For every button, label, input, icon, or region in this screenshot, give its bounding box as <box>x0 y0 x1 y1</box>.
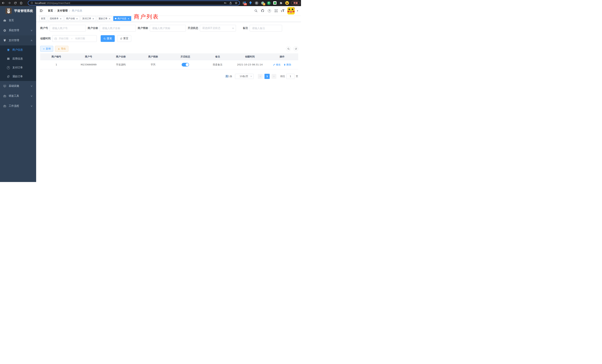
full-name-input[interactable] <box>100 25 136 32</box>
goto-page-input[interactable] <box>286 74 294 79</box>
sidebar-logo-row[interactable]: 芋道管理系统 <box>0 6 36 15</box>
goto-label: 前往 <box>280 75 285 78</box>
sidebar-item-home[interactable]: 首页 <box>0 15 36 25</box>
filter-label: 商户全称 <box>88 26 98 30</box>
tab-process-form[interactable]: 流程表单× <box>48 16 63 21</box>
page-size-value: 10条/页 <box>237 75 250 78</box>
extension-command-icon[interactable]: ⌘ <box>255 1 258 5</box>
tab-label: 商户信息 <box>118 17 126 20</box>
date-end-placeholder: 结束日期 <box>75 37 85 40</box>
select-placeholder: 请选择开启状态 <box>202 26 232 30</box>
sidebar-item-label: 首页 <box>9 19 14 22</box>
column-header: 备注 <box>202 53 234 60</box>
tab-user-group[interactable]: 用户分组× <box>64 16 80 21</box>
status-toggle[interactable] <box>182 63 189 66</box>
extension-gem-icon[interactable] <box>248 1 252 5</box>
sidebar-item-dev-tools[interactable]: 研发工具 ∨ <box>0 91 36 101</box>
url-bar[interactable]: localhost:1024/pay/merchant <box>28 0 240 5</box>
browser-home-icon[interactable] <box>19 1 23 5</box>
share-icon[interactable] <box>229 2 232 4</box>
sidebar-item-infrastructure[interactable]: 基础设施 ∨ <box>0 81 36 91</box>
extension-recorder-icon[interactable]: 1 <box>261 1 265 5</box>
export-button[interactable]: 导出 <box>55 46 68 52</box>
help-icon[interactable]: ? <box>268 9 271 13</box>
extension-emoji-icon[interactable] <box>285 1 289 5</box>
page-number-button[interactable]: 1 <box>265 74 270 79</box>
short-name-input[interactable] <box>150 25 186 32</box>
add-button[interactable]: + 新增 <box>40 46 53 52</box>
refresh-table-icon[interactable] <box>293 46 298 51</box>
bookmark-star-icon[interactable] <box>235 1 238 4</box>
tab-pay-order[interactable]: 支付订单× <box>81 16 96 21</box>
status-select[interactable]: 请选择开启状态 ∨ <box>200 25 236 32</box>
filter-row-1: 商户号 商户全称 商户简称 开启状态 请选择开启状态 ∨ <box>40 25 298 32</box>
extension-y-icon[interactable]: Y <box>267 1 271 5</box>
github-icon[interactable] <box>261 9 265 13</box>
close-icon[interactable]: × <box>92 17 94 20</box>
next-page-button[interactable]: › <box>271 74 276 79</box>
sidebar-item-system[interactable]: 系统管理 ∨ <box>0 25 36 35</box>
browser-update-button[interactable]: 更新 <box>291 1 300 5</box>
date-start-placeholder: 开始日期 <box>59 37 68 40</box>
fullscreen-icon[interactable] <box>274 9 278 13</box>
documents-icon <box>7 75 10 78</box>
close-icon[interactable]: × <box>128 17 129 20</box>
filter-label: 商户简称 <box>138 26 148 30</box>
edit-link[interactable]: 修改 <box>273 63 281 66</box>
breadcrumb-home[interactable]: 首页 <box>48 9 53 12</box>
prev-page-button[interactable]: ‹ <box>258 74 263 79</box>
filter-label: 商户号 <box>40 26 48 30</box>
breadcrumb: 首页 / 支付管理 / 商户信息 <box>48 9 82 12</box>
sidebar-menu: 首页 系统管理 ∨ ¥ 支付管理 ∧ 商户信息 <box>0 15 36 111</box>
tab-refund-order[interactable]: 退款订单× <box>97 16 112 21</box>
page-content: 商户号 商户全称 商户简称 开启状态 请选择开启状态 ∨ <box>36 22 301 182</box>
reset-button[interactable]: 重置 <box>117 35 131 42</box>
sidebar-item-workflow[interactable]: 工作流程 ∨ <box>0 101 36 111</box>
sidebar-item-pay-order[interactable]: ¥ 支付订单 <box>0 63 36 72</box>
extension-blocks-icon[interactable]: 10 <box>242 1 246 5</box>
close-icon[interactable]: × <box>76 17 78 20</box>
delete-link[interactable]: 删除 <box>284 63 291 66</box>
hamburger-icon[interactable] <box>40 9 43 12</box>
column-header: 商户号 <box>73 53 105 60</box>
filter-label: 创建时间 <box>40 37 51 40</box>
sidebar-item-merchant-info[interactable]: 商户信息 <box>0 45 36 54</box>
chevron-up-icon: ∧ <box>30 39 33 42</box>
page-size-select[interactable]: 10条/页 ∨ <box>235 74 254 79</box>
browser-reload-icon[interactable] <box>13 1 17 5</box>
date-range-picker[interactable]: 开始日期 - 结束日期 <box>52 35 97 42</box>
user-avatar[interactable] <box>287 7 295 14</box>
merchant-no-input[interactable] <box>50 25 86 32</box>
close-icon[interactable]: × <box>109 17 111 20</box>
chevron-down-icon: ∨ <box>250 75 252 77</box>
header-search-icon[interactable] <box>254 9 258 13</box>
remark-input[interactable] <box>250 25 282 32</box>
browser-back-icon[interactable] <box>1 1 5 5</box>
table-grid-icon <box>7 57 10 60</box>
close-icon[interactable]: × <box>60 17 62 20</box>
password-key-icon[interactable] <box>224 1 227 4</box>
add-button-label: 新增 <box>46 47 51 50</box>
breadcrumb-section[interactable]: 支付管理 <box>57 9 68 12</box>
sidebar-item-label: 系统管理 <box>9 29 19 32</box>
extension-chat-icon[interactable] <box>273 1 277 5</box>
delete-link-label: 删除 <box>286 63 291 66</box>
breadcrumb-separator: / <box>55 9 56 12</box>
sidebar-item-app-info[interactable]: 应用信息 <box>0 54 36 63</box>
site-info-icon[interactable] <box>30 1 34 5</box>
filter-label: 备注 <box>243 26 248 30</box>
tab-home[interactable]: 首页 <box>39 16 47 21</box>
sidebar-item-label: 退款订单 <box>12 75 23 78</box>
font-size-icon[interactable]: TT <box>281 9 284 13</box>
reset-button-label: 重置 <box>123 37 129 40</box>
tab-merchant-info[interactable]: 商户信息× <box>113 16 131 21</box>
caret-down-icon[interactable]: ▾ <box>297 10 298 12</box>
chevron-down-icon: ∨ <box>232 27 234 30</box>
sidebar-item-refund-order[interactable]: 退款订单 <box>0 72 36 81</box>
browser-forward-icon[interactable] <box>7 1 11 5</box>
sidebar-item-payment[interactable]: ¥ 支付管理 ∧ <box>0 35 36 45</box>
show-search-toggle-icon[interactable] <box>286 46 291 51</box>
extensions-puzzle-icon[interactable] <box>279 1 283 5</box>
filter-short-name: 商户简称 <box>138 25 186 32</box>
search-button[interactable]: 搜索 <box>101 35 115 42</box>
